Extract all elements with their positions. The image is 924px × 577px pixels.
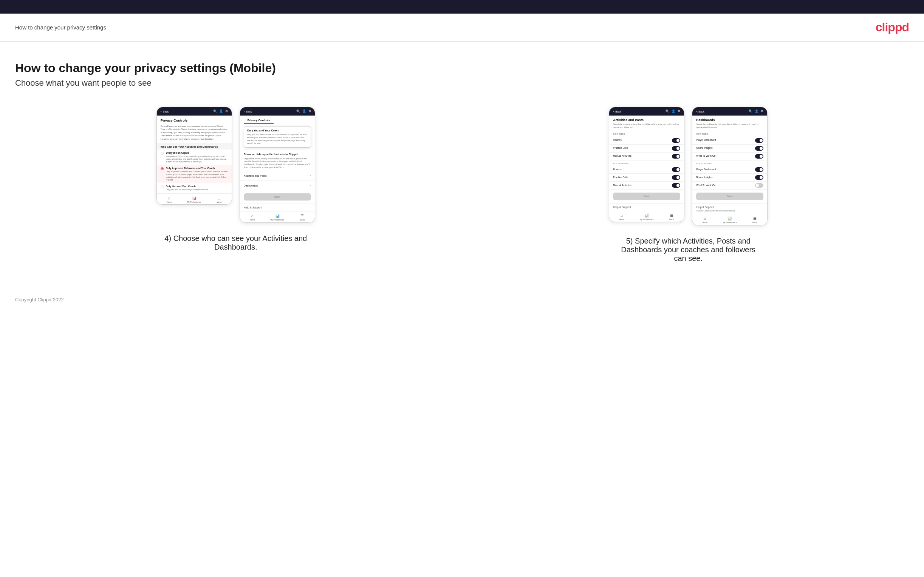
settings-icon-1[interactable]: ⚙: [225, 110, 228, 113]
chevron-activities: ›: [310, 174, 311, 177]
person-icon-4[interactable]: 👤: [755, 110, 758, 113]
caption-right: 5) Specify which Activities, Posts and D…: [616, 237, 760, 263]
toggle-roundinsights-followers[interactable]: [755, 175, 763, 180]
performance-icon-1: 📊: [192, 196, 197, 200]
popup-desc-2: Only you and the coaches you connect wit…: [247, 133, 308, 145]
screenshot-group-left: < Back 🔍 👤 ⚙ Privacy Controls Control ho…: [15, 107, 457, 251]
toggle-rounds-followers[interactable]: [672, 167, 680, 172]
home-label-4: Home: [703, 221, 708, 224]
radio-circle-approved: [161, 167, 164, 170]
nav-performance-4[interactable]: 📊 My Performance: [717, 216, 742, 224]
performance-icon-4: 📊: [727, 216, 732, 221]
phone-body-2: Privacy Controls Only You and Your Coach…: [240, 116, 315, 211]
phone-body-4: Dashboards Select the dashboards that yo…: [692, 116, 767, 214]
toggle-whattowork-coaches[interactable]: [755, 154, 763, 159]
caption-left: 4) Choose who can see your Activities an…: [164, 234, 308, 251]
settings-icon-3[interactable]: ⚙: [678, 110, 680, 113]
header-icons-1: 🔍 👤 ⚙: [213, 110, 228, 113]
save-button-4[interactable]: Save: [696, 193, 763, 200]
help-support-3: Help & Support: [609, 203, 684, 211]
settings-icon-2[interactable]: ⚙: [309, 110, 311, 113]
menu-label-1: Menu: [216, 201, 221, 203]
back-button-1[interactable]: < Back: [161, 110, 169, 113]
toggle-label-whattowork-coaches: What To Work On: [696, 155, 716, 158]
help-support-label-4: Help & Support: [696, 206, 714, 208]
privacy-controls-tab-2: Privacy Controls: [244, 117, 274, 124]
top-bar: [0, 0, 924, 14]
performance-label-3: My Performance: [640, 218, 654, 221]
help-support-4: Help & Support Visit our Clippd communit…: [692, 203, 767, 214]
header-icons-4: 🔍 👤 ⚙: [749, 110, 763, 113]
toggle-label-manual-coaches: Manual Activities: [613, 155, 631, 158]
person-icon-2[interactable]: 👤: [302, 110, 306, 113]
home-icon-1: ⌂: [168, 196, 170, 200]
home-icon-2: ⌂: [251, 213, 254, 218]
save-button-2[interactable]: Save: [244, 193, 311, 200]
toggle-roundinsights-coaches[interactable]: [755, 146, 763, 151]
save-button-3[interactable]: Save: [613, 193, 680, 200]
search-icon-4[interactable]: 🔍: [749, 110, 753, 113]
nav-home-4[interactable]: ⌂ Home: [692, 216, 717, 224]
toggle-label-roundinsights-followers: Round Insights: [696, 176, 712, 179]
toggle-label-playerdash-coaches: Player Dashboard: [696, 139, 716, 142]
person-icon-1[interactable]: 👤: [219, 110, 223, 113]
radio-option-coach[interactable]: Only You and Your Coach Only you and the…: [157, 183, 232, 193]
followers-label-4: FOLLOWERS: [692, 161, 767, 166]
toggle-rounds-coaches[interactable]: [672, 138, 680, 143]
nav-home-1[interactable]: ⌂ Home: [157, 196, 182, 203]
nav-menu-2[interactable]: ☰ Menu: [290, 213, 315, 221]
privacy-controls-title-1: Privacy Controls: [157, 116, 232, 125]
toggle-drills-followers[interactable]: [672, 175, 680, 180]
nav-menu-3[interactable]: ☰ Menu: [659, 213, 684, 221]
back-button-4[interactable]: < Back: [696, 110, 704, 113]
nav-bar: How to change your privacy settings clip…: [0, 14, 924, 42]
activities-posts-label: Activities and Posts: [244, 174, 267, 177]
toggle-playerdash-followers[interactable]: [755, 167, 763, 172]
screenshots-row: < Back 🔍 👤 ⚙ Privacy Controls Control ho…: [15, 107, 909, 263]
toggle-label-rounds-followers: Rounds: [613, 168, 621, 171]
activities-desc-3: Select the types of activity that you'd …: [609, 123, 684, 131]
toggle-followers-playerdash: Player Dashboard: [692, 166, 767, 174]
bottom-nav-4: ⌂ Home 📊 My Performance ☰ Menu: [692, 214, 767, 225]
toggle-playerdash-coaches[interactable]: [755, 138, 763, 143]
phone-header-1: < Back 🔍 👤 ⚙: [157, 107, 232, 116]
copyright: Copyright Clippd 2022: [0, 285, 924, 314]
toggle-whattowork-followers[interactable]: [755, 183, 763, 188]
nav-home-3[interactable]: ⌂ Home: [609, 213, 634, 221]
menu-label-2: Menu: [300, 219, 305, 221]
list-item-activities[interactable]: Activities and Posts ›: [240, 171, 315, 181]
popup-title-2: Only You and Your Coach: [247, 129, 308, 132]
menu-icon-4: ☰: [753, 216, 757, 221]
header-icons-2: 🔍 👤 ⚙: [296, 110, 311, 113]
list-item-dashboards[interactable]: Dashboards ›: [240, 181, 315, 190]
toggle-followers-manual: Manual Activities: [609, 182, 684, 190]
nav-menu-1[interactable]: ☰ Menu: [207, 196, 232, 203]
nav-home-2[interactable]: ⌂ Home: [240, 213, 265, 221]
nav-performance-1[interactable]: 📊 My Performance: [182, 196, 207, 203]
home-label-3: Home: [619, 218, 624, 221]
radio-label-approved: Only Approved Followers and Your Coach: [166, 167, 228, 170]
bottom-nav-3: ⌂ Home 📊 My Performance ☰ Menu: [609, 211, 684, 222]
radio-option-approved[interactable]: Only Approved Followers and Your Coach O…: [157, 165, 232, 183]
who-can-see-heading: Who Can See Your Activities and Dashboar…: [157, 143, 232, 150]
search-icon-2[interactable]: 🔍: [296, 110, 300, 113]
toggle-label-manual-followers: Manual Activities: [613, 184, 631, 187]
back-button-2[interactable]: < Back: [244, 110, 252, 113]
followers-label-3: FOLLOWERS: [609, 161, 684, 166]
toggle-manual-coaches[interactable]: [672, 154, 680, 159]
back-button-3[interactable]: < Back: [613, 110, 621, 113]
radio-option-everyone[interactable]: Everyone on Clippd Everyone on Clippd ca…: [157, 150, 232, 165]
settings-icon-4[interactable]: ⚙: [761, 110, 763, 113]
nav-performance-3[interactable]: 📊 My Performance: [634, 213, 659, 221]
search-icon-1[interactable]: 🔍: [213, 110, 217, 113]
person-icon-3[interactable]: 👤: [672, 110, 675, 113]
dashboards-title-4: Dashboards: [692, 116, 767, 123]
search-icon-3[interactable]: 🔍: [666, 110, 669, 113]
performance-label-2: My Performance: [270, 219, 284, 221]
toggle-manual-followers[interactable]: [672, 183, 680, 188]
popup-overlay-2: Only You and Your Coach Only you and the…: [244, 126, 311, 148]
nav-performance-2[interactable]: 📊 My Performance: [265, 213, 290, 221]
nav-menu-4[interactable]: ☰ Menu: [742, 216, 767, 224]
toggle-drills-coaches[interactable]: [672, 146, 680, 151]
toggle-coaches-drills: Practice Drills: [609, 145, 684, 153]
